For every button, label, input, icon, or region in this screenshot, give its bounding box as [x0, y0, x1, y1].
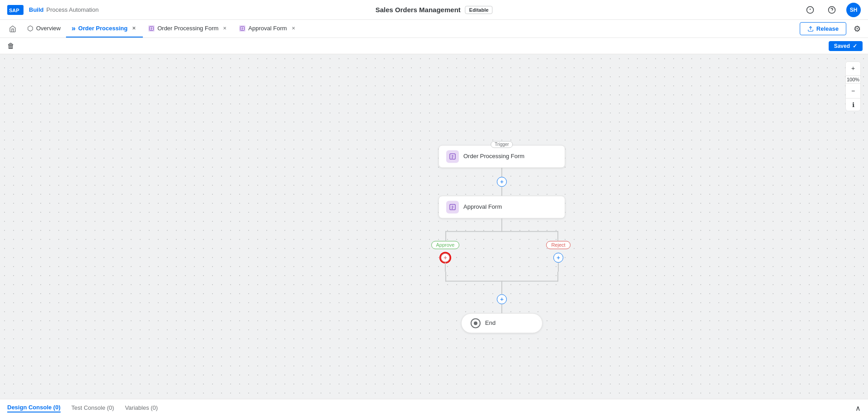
trigger-node-label: Order Processing Form — [463, 153, 524, 159]
branch-top-split — [389, 218, 615, 241]
approve-line — [445, 262, 446, 272]
saved-button: Saved ✓ — [829, 41, 863, 51]
line-end — [501, 304, 502, 313]
add-before-end[interactable]: + — [497, 294, 507, 304]
reject-label: Reject — [546, 241, 570, 249]
branch-bottom-merge — [389, 272, 615, 294]
console-tab-test[interactable]: Test Console (0) — [71, 404, 114, 412]
add-reject-branch[interactable]: + — [553, 253, 563, 262]
end-label: End — [485, 319, 495, 326]
connector-1: + — [497, 168, 507, 196]
header-title: Sales Orders Management Editable — [375, 6, 492, 14]
zoom-out-button[interactable]: − — [846, 84, 860, 97]
header-actions: SH — [803, 3, 861, 17]
build-label: Build — [29, 6, 44, 13]
add-after-trigger[interactable]: + — [497, 177, 507, 187]
tabbar: Overview » Order Processing ✕ Order Proc… — [0, 20, 868, 38]
trigger-node[interactable]: Trigger Order Processing Form — [439, 145, 565, 168]
saved-checkmark: ✓ — [853, 43, 857, 49]
tab-approval-form-close[interactable]: ✕ — [290, 25, 297, 32]
tab-order-processing-close[interactable]: ✕ — [130, 25, 137, 32]
console-chevron-icon[interactable]: ∧ — [855, 404, 861, 412]
tab-approval-form-label: Approval Form — [248, 25, 287, 32]
product-label: Process Automation — [47, 6, 99, 13]
line-2 — [501, 187, 502, 196]
sap-logo: SAP — [7, 5, 24, 15]
tab-order-processing-form-close[interactable]: ✕ — [221, 25, 228, 32]
notifications-icon[interactable] — [803, 3, 817, 17]
trigger-node-icon — [446, 150, 459, 163]
branch-arms: Approve + Reject + — [389, 241, 615, 272]
reject-line — [558, 262, 559, 272]
editable-badge: Editable — [465, 6, 493, 14]
end-node[interactable]: End — [461, 313, 542, 333]
zoom-controls: + 100% − ℹ — [845, 61, 861, 111]
avatar[interactable]: SH — [846, 3, 861, 17]
tab-order-processing[interactable]: » Order Processing ✕ — [66, 20, 143, 37]
reject-branch: Reject + — [502, 241, 615, 272]
approve-branch: Approve + — [389, 241, 502, 272]
saved-label: Saved — [834, 43, 850, 49]
console-bar: Design Console (0) Test Console (0) Vari… — [0, 399, 868, 417]
approval-form-icon — [446, 201, 459, 213]
toolbar: 🗑 Saved ✓ — [0, 38, 868, 54]
connector-end: + — [497, 294, 507, 313]
approval-form-node[interactable]: Approval Form — [439, 196, 565, 218]
tab-order-processing-form-label: Order Processing Form — [157, 25, 218, 32]
release-label: Release — [816, 25, 839, 32]
end-icon — [471, 318, 481, 328]
zoom-level: 100% — [846, 75, 860, 84]
tab-order-processing-icon: » — [71, 24, 75, 33]
console-tab-design[interactable]: Design Console (0) — [7, 404, 61, 412]
info-icon[interactable]: ℹ — [846, 98, 860, 111]
zoom-in-button[interactable]: + — [846, 62, 860, 75]
help-icon[interactable] — [825, 3, 839, 17]
release-button[interactable]: Release — [800, 22, 846, 35]
tab-actions: Release ⚙ — [800, 22, 864, 36]
settings-icon[interactable]: ⚙ — [850, 22, 864, 36]
tab-approval-form[interactable]: Approval Form ✕ — [234, 20, 302, 37]
tab-home[interactable] — [4, 20, 22, 37]
canvas[interactable]: + 100% − ℹ Trigger Order Processing Form… — [0, 54, 868, 399]
add-approve-branch[interactable]: + — [440, 253, 450, 262]
tab-overview-label: Overview — [36, 25, 61, 32]
tab-overview[interactable]: Overview — [22, 20, 66, 37]
line-1 — [501, 168, 502, 177]
approval-form-label: Approval Form — [463, 203, 502, 210]
header: SAP Build Process Automation Sales Order… — [0, 0, 868, 20]
console-tab-variables[interactable]: Variables (0) — [125, 404, 158, 412]
tab-order-processing-form[interactable]: Order Processing Form ✕ — [143, 20, 234, 37]
page-title: Sales Orders Management — [375, 6, 460, 14]
approve-label: Approve — [431, 241, 460, 249]
svg-text:SAP: SAP — [9, 8, 19, 13]
flow-container: Trigger Order Processing Form + Approval… — [389, 140, 615, 333]
tab-order-processing-label: Order Processing — [78, 25, 127, 32]
trigger-badge: Trigger — [491, 141, 513, 148]
delete-icon[interactable]: 🗑 — [5, 40, 16, 52]
